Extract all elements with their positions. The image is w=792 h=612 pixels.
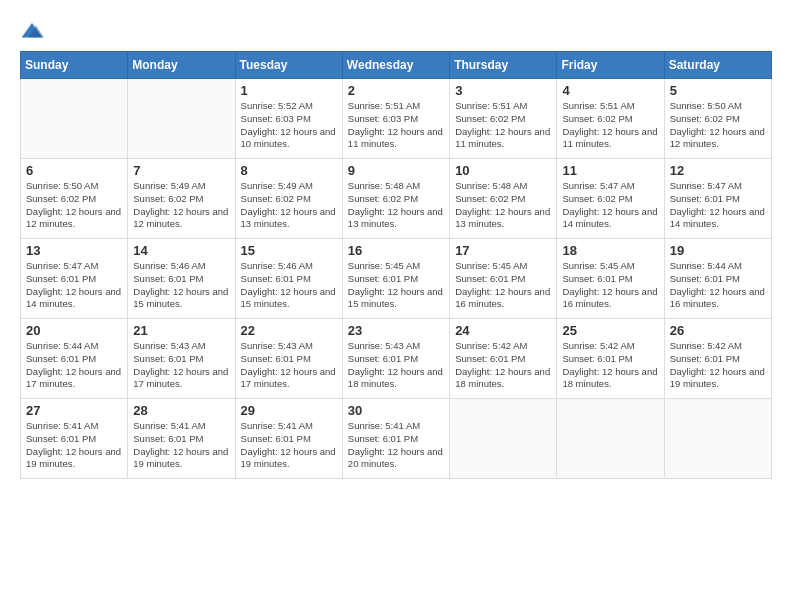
- day-info: Sunrise: 5:44 AM Sunset: 6:01 PM Dayligh…: [26, 340, 122, 391]
- day-info: Sunrise: 5:41 AM Sunset: 6:01 PM Dayligh…: [348, 420, 444, 471]
- day-number: 15: [241, 243, 337, 258]
- day-number: 11: [562, 163, 658, 178]
- calendar-day-cell: [450, 399, 557, 479]
- calendar-day-cell: 30Sunrise: 5:41 AM Sunset: 6:01 PM Dayli…: [342, 399, 449, 479]
- day-number: 5: [670, 83, 766, 98]
- day-number: 24: [455, 323, 551, 338]
- calendar-day-cell: [128, 79, 235, 159]
- day-number: 7: [133, 163, 229, 178]
- calendar-day-cell: 18Sunrise: 5:45 AM Sunset: 6:01 PM Dayli…: [557, 239, 664, 319]
- calendar-day-cell: 26Sunrise: 5:42 AM Sunset: 6:01 PM Dayli…: [664, 319, 771, 399]
- calendar-day-cell: 16Sunrise: 5:45 AM Sunset: 6:01 PM Dayli…: [342, 239, 449, 319]
- day-number: 9: [348, 163, 444, 178]
- day-info: Sunrise: 5:45 AM Sunset: 6:01 PM Dayligh…: [562, 260, 658, 311]
- day-number: 1: [241, 83, 337, 98]
- day-info: Sunrise: 5:47 AM Sunset: 6:01 PM Dayligh…: [26, 260, 122, 311]
- day-number: 10: [455, 163, 551, 178]
- day-info: Sunrise: 5:51 AM Sunset: 6:03 PM Dayligh…: [348, 100, 444, 151]
- calendar-week-row: 6Sunrise: 5:50 AM Sunset: 6:02 PM Daylig…: [21, 159, 772, 239]
- calendar-day-cell: 22Sunrise: 5:43 AM Sunset: 6:01 PM Dayli…: [235, 319, 342, 399]
- day-number: 25: [562, 323, 658, 338]
- calendar-week-row: 1Sunrise: 5:52 AM Sunset: 6:03 PM Daylig…: [21, 79, 772, 159]
- day-info: Sunrise: 5:45 AM Sunset: 6:01 PM Dayligh…: [348, 260, 444, 311]
- logo: [20, 20, 48, 41]
- calendar-day-cell: [664, 399, 771, 479]
- day-info: Sunrise: 5:43 AM Sunset: 6:01 PM Dayligh…: [348, 340, 444, 391]
- day-info: Sunrise: 5:46 AM Sunset: 6:01 PM Dayligh…: [133, 260, 229, 311]
- day-number: 26: [670, 323, 766, 338]
- calendar-day-cell: 6Sunrise: 5:50 AM Sunset: 6:02 PM Daylig…: [21, 159, 128, 239]
- calendar-day-cell: 14Sunrise: 5:46 AM Sunset: 6:01 PM Dayli…: [128, 239, 235, 319]
- calendar-day-cell: 17Sunrise: 5:45 AM Sunset: 6:01 PM Dayli…: [450, 239, 557, 319]
- day-info: Sunrise: 5:44 AM Sunset: 6:01 PM Dayligh…: [670, 260, 766, 311]
- day-number: 29: [241, 403, 337, 418]
- day-number: 27: [26, 403, 122, 418]
- calendar-body: 1Sunrise: 5:52 AM Sunset: 6:03 PM Daylig…: [21, 79, 772, 479]
- weekday-header: Sunday: [21, 52, 128, 79]
- day-info: Sunrise: 5:41 AM Sunset: 6:01 PM Dayligh…: [133, 420, 229, 471]
- calendar-header-row: SundayMondayTuesdayWednesdayThursdayFrid…: [21, 52, 772, 79]
- calendar-day-cell: 19Sunrise: 5:44 AM Sunset: 6:01 PM Dayli…: [664, 239, 771, 319]
- calendar-week-row: 20Sunrise: 5:44 AM Sunset: 6:01 PM Dayli…: [21, 319, 772, 399]
- day-number: 14: [133, 243, 229, 258]
- day-info: Sunrise: 5:46 AM Sunset: 6:01 PM Dayligh…: [241, 260, 337, 311]
- day-number: 2: [348, 83, 444, 98]
- calendar-day-cell: 4Sunrise: 5:51 AM Sunset: 6:02 PM Daylig…: [557, 79, 664, 159]
- day-info: Sunrise: 5:43 AM Sunset: 6:01 PM Dayligh…: [241, 340, 337, 391]
- calendar-day-cell: 13Sunrise: 5:47 AM Sunset: 6:01 PM Dayli…: [21, 239, 128, 319]
- day-number: 20: [26, 323, 122, 338]
- day-info: Sunrise: 5:47 AM Sunset: 6:02 PM Dayligh…: [562, 180, 658, 231]
- day-info: Sunrise: 5:42 AM Sunset: 6:01 PM Dayligh…: [562, 340, 658, 391]
- calendar-day-cell: 24Sunrise: 5:42 AM Sunset: 6:01 PM Dayli…: [450, 319, 557, 399]
- day-number: 6: [26, 163, 122, 178]
- calendar-day-cell: 11Sunrise: 5:47 AM Sunset: 6:02 PM Dayli…: [557, 159, 664, 239]
- calendar-day-cell: 27Sunrise: 5:41 AM Sunset: 6:01 PM Dayli…: [21, 399, 128, 479]
- day-info: Sunrise: 5:50 AM Sunset: 6:02 PM Dayligh…: [670, 100, 766, 151]
- weekday-header: Wednesday: [342, 52, 449, 79]
- calendar-day-cell: 29Sunrise: 5:41 AM Sunset: 6:01 PM Dayli…: [235, 399, 342, 479]
- day-info: Sunrise: 5:48 AM Sunset: 6:02 PM Dayligh…: [348, 180, 444, 231]
- day-number: 4: [562, 83, 658, 98]
- day-info: Sunrise: 5:49 AM Sunset: 6:02 PM Dayligh…: [241, 180, 337, 231]
- calendar-day-cell: 5Sunrise: 5:50 AM Sunset: 6:02 PM Daylig…: [664, 79, 771, 159]
- day-number: 3: [455, 83, 551, 98]
- calendar-day-cell: 15Sunrise: 5:46 AM Sunset: 6:01 PM Dayli…: [235, 239, 342, 319]
- calendar: SundayMondayTuesdayWednesdayThursdayFrid…: [20, 51, 772, 479]
- logo-icon: [20, 21, 44, 41]
- calendar-day-cell: 3Sunrise: 5:51 AM Sunset: 6:02 PM Daylig…: [450, 79, 557, 159]
- day-number: 18: [562, 243, 658, 258]
- calendar-day-cell: 8Sunrise: 5:49 AM Sunset: 6:02 PM Daylig…: [235, 159, 342, 239]
- weekday-header: Saturday: [664, 52, 771, 79]
- day-number: 21: [133, 323, 229, 338]
- day-number: 13: [26, 243, 122, 258]
- calendar-day-cell: 12Sunrise: 5:47 AM Sunset: 6:01 PM Dayli…: [664, 159, 771, 239]
- day-info: Sunrise: 5:43 AM Sunset: 6:01 PM Dayligh…: [133, 340, 229, 391]
- calendar-day-cell: 2Sunrise: 5:51 AM Sunset: 6:03 PM Daylig…: [342, 79, 449, 159]
- calendar-day-cell: 23Sunrise: 5:43 AM Sunset: 6:01 PM Dayli…: [342, 319, 449, 399]
- day-number: 30: [348, 403, 444, 418]
- day-info: Sunrise: 5:51 AM Sunset: 6:02 PM Dayligh…: [562, 100, 658, 151]
- weekday-header: Friday: [557, 52, 664, 79]
- calendar-day-cell: 28Sunrise: 5:41 AM Sunset: 6:01 PM Dayli…: [128, 399, 235, 479]
- day-number: 23: [348, 323, 444, 338]
- day-number: 12: [670, 163, 766, 178]
- day-number: 19: [670, 243, 766, 258]
- calendar-day-cell: 25Sunrise: 5:42 AM Sunset: 6:01 PM Dayli…: [557, 319, 664, 399]
- weekday-header: Monday: [128, 52, 235, 79]
- calendar-day-cell: 1Sunrise: 5:52 AM Sunset: 6:03 PM Daylig…: [235, 79, 342, 159]
- day-number: 8: [241, 163, 337, 178]
- day-info: Sunrise: 5:50 AM Sunset: 6:02 PM Dayligh…: [26, 180, 122, 231]
- day-number: 16: [348, 243, 444, 258]
- day-info: Sunrise: 5:41 AM Sunset: 6:01 PM Dayligh…: [241, 420, 337, 471]
- day-number: 28: [133, 403, 229, 418]
- calendar-day-cell: 20Sunrise: 5:44 AM Sunset: 6:01 PM Dayli…: [21, 319, 128, 399]
- day-info: Sunrise: 5:42 AM Sunset: 6:01 PM Dayligh…: [670, 340, 766, 391]
- page-container: SundayMondayTuesdayWednesdayThursdayFrid…: [20, 20, 772, 479]
- day-info: Sunrise: 5:42 AM Sunset: 6:01 PM Dayligh…: [455, 340, 551, 391]
- day-info: Sunrise: 5:48 AM Sunset: 6:02 PM Dayligh…: [455, 180, 551, 231]
- header: [20, 20, 772, 41]
- calendar-week-row: 27Sunrise: 5:41 AM Sunset: 6:01 PM Dayli…: [21, 399, 772, 479]
- calendar-day-cell: 9Sunrise: 5:48 AM Sunset: 6:02 PM Daylig…: [342, 159, 449, 239]
- calendar-day-cell: [21, 79, 128, 159]
- day-info: Sunrise: 5:49 AM Sunset: 6:02 PM Dayligh…: [133, 180, 229, 231]
